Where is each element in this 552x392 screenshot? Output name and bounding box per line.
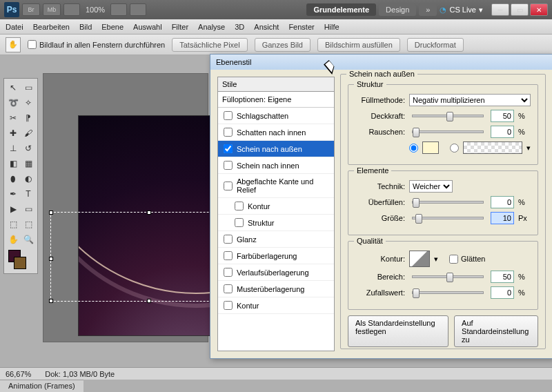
menu-analyse[interactable]: Analyse bbox=[198, 23, 225, 31]
move-tool[interactable]: ↖ bbox=[6, 80, 21, 95]
eyedropper-tool[interactable]: ⁋ bbox=[21, 110, 36, 126]
pen-tool[interactable]: ✒ bbox=[6, 186, 21, 202]
animation-panel-tab[interactable]: Animation (Frames) bbox=[0, 380, 83, 392]
style-item[interactable]: Verlaufsüberlagerung bbox=[218, 264, 334, 281]
3d-tool[interactable]: ⬚ bbox=[6, 217, 21, 232]
style-checkbox[interactable] bbox=[224, 182, 233, 190]
menu-fenster[interactable]: Fenster bbox=[288, 23, 314, 31]
style-checkbox[interactable] bbox=[224, 284, 233, 293]
style-checkbox[interactable] bbox=[224, 235, 233, 244]
zoom-level[interactable]: 100% bbox=[86, 6, 105, 14]
reset-default-button[interactable]: Auf Standardeinstellung zu bbox=[454, 315, 538, 347]
technique-select[interactable]: Weicher bbox=[409, 180, 453, 193]
minimize-button[interactable]: ─ bbox=[491, 3, 509, 16]
contour-dropdown-icon[interactable]: ▾ bbox=[434, 255, 438, 264]
background-color[interactable] bbox=[14, 257, 26, 269]
type-tool[interactable]: T bbox=[21, 186, 36, 202]
color-swatches[interactable] bbox=[6, 247, 36, 272]
menu-bearbeiten[interactable]: Bearbeiten bbox=[33, 23, 70, 31]
zoom-tool[interactable]: 🔍 bbox=[21, 232, 36, 247]
3d-camera-tool[interactable]: ⬚ bbox=[21, 217, 36, 232]
view-extras-dropdown[interactable] bbox=[63, 3, 80, 16]
screen-mode-dropdown[interactable] bbox=[130, 3, 146, 16]
status-doc-size[interactable]: Dok: 1,03 MB/0 Byte bbox=[45, 370, 115, 378]
hand-tool-icon[interactable]: ✋ bbox=[6, 37, 21, 52]
style-item[interactable]: Schlagschatten bbox=[218, 108, 334, 124]
workspace-grundelemente[interactable]: Grundelemente bbox=[306, 3, 376, 16]
menu-filter[interactable]: Filter bbox=[172, 23, 188, 31]
menu-hilfe[interactable]: Hilfe bbox=[324, 23, 339, 31]
minibridge-button[interactable]: Mb bbox=[43, 3, 61, 16]
style-checkbox[interactable] bbox=[224, 144, 233, 153]
path-select-tool[interactable]: ▶ bbox=[6, 202, 21, 217]
spread-input[interactable] bbox=[491, 196, 514, 208]
menu-auswahl[interactable]: Auswahl bbox=[133, 23, 162, 31]
range-input[interactable] bbox=[491, 271, 514, 283]
style-checkbox[interactable] bbox=[224, 268, 233, 277]
wand-tool[interactable]: ✧ bbox=[21, 95, 36, 110]
style-checkbox[interactable] bbox=[235, 218, 244, 227]
noise-slider[interactable] bbox=[412, 130, 484, 133]
menu-ansicht[interactable]: Ansicht bbox=[254, 23, 279, 31]
jitter-slider[interactable] bbox=[412, 291, 484, 294]
opacity-slider[interactable] bbox=[412, 115, 484, 117]
style-item[interactable]: Musterüberlagerung bbox=[218, 281, 334, 297]
blend-mode-select[interactable]: Negativ multiplizieren bbox=[409, 94, 531, 106]
style-checkbox[interactable] bbox=[224, 301, 233, 310]
print-size-button[interactable]: Druckformat bbox=[407, 38, 464, 52]
close-button[interactable]: ✕ bbox=[530, 3, 548, 16]
style-checkbox[interactable] bbox=[235, 202, 244, 210]
fill-options-item[interactable]: Fülloptionen: Eigene bbox=[218, 92, 334, 108]
size-slider[interactable] bbox=[412, 217, 484, 219]
dodge-tool[interactable]: ◐ bbox=[21, 171, 36, 186]
style-checkbox[interactable] bbox=[224, 251, 233, 260]
style-checkbox[interactable] bbox=[224, 161, 233, 170]
style-item[interactable]: Schein nach innen bbox=[218, 157, 334, 174]
brush-tool[interactable]: 🖌 bbox=[21, 126, 36, 141]
style-item[interactable]: Abgeflachte Kante und Relief bbox=[218, 174, 334, 198]
style-item[interactable]: Kontur bbox=[218, 297, 334, 314]
style-item[interactable]: Struktur bbox=[218, 215, 334, 231]
gradient-tool[interactable]: ▦ bbox=[21, 156, 36, 171]
workspace-design[interactable]: Design bbox=[379, 3, 416, 16]
marquee-tool[interactable]: ▭ bbox=[21, 80, 36, 95]
fit-screen-button[interactable]: Ganzes Bild bbox=[255, 38, 310, 52]
gradient-preview[interactable] bbox=[463, 141, 522, 154]
menu-3d[interactable]: 3D bbox=[235, 23, 244, 31]
style-item[interactable]: Schein nach außen bbox=[218, 141, 334, 157]
style-checkbox[interactable] bbox=[224, 128, 233, 137]
style-checkbox[interactable] bbox=[224, 111, 233, 120]
status-zoom[interactable]: 66,67% bbox=[6, 370, 31, 378]
noise-input[interactable] bbox=[491, 126, 514, 138]
opacity-input[interactable] bbox=[491, 110, 514, 122]
style-item[interactable]: Kontur bbox=[218, 198, 334, 215]
actual-pixels-button[interactable]: Tatsächliche Pixel bbox=[172, 38, 247, 52]
scroll-all-windows-checkbox[interactable]: Bildlauf in allen Fenstern durchführen bbox=[28, 40, 165, 49]
stamp-tool[interactable]: ⊥ bbox=[6, 141, 21, 156]
cs-live-button[interactable]: ◔ CS Live ▾ bbox=[440, 6, 483, 14]
shape-tool[interactable]: ▭ bbox=[21, 202, 36, 217]
arrange-docs-dropdown[interactable] bbox=[110, 3, 127, 16]
maximize-button[interactable]: ▭ bbox=[511, 3, 529, 16]
lasso-tool[interactable]: ➰ bbox=[6, 95, 21, 110]
history-brush-tool[interactable]: ↺ bbox=[21, 141, 36, 156]
jitter-input[interactable] bbox=[491, 286, 514, 299]
size-input[interactable] bbox=[491, 212, 514, 224]
menu-datei[interactable]: Datei bbox=[6, 23, 23, 31]
antialias-checkbox[interactable]: Glätten bbox=[449, 255, 485, 264]
eraser-tool[interactable]: ◧ bbox=[6, 156, 21, 171]
gradient-radio[interactable] bbox=[450, 144, 459, 153]
heal-tool[interactable]: ✚ bbox=[6, 126, 21, 141]
crop-tool[interactable]: ✂ bbox=[6, 110, 21, 126]
canvas[interactable] bbox=[43, 73, 208, 342]
workspace-more[interactable]: » bbox=[419, 3, 437, 16]
menu-ebene[interactable]: Ebene bbox=[101, 23, 124, 31]
style-item[interactable]: Farbüberlagerung bbox=[218, 248, 334, 264]
dialog-title-bar[interactable]: Ebenenstil bbox=[210, 55, 552, 70]
spread-slider[interactable] bbox=[412, 201, 484, 204]
menu-bild[interactable]: Bild bbox=[79, 23, 92, 31]
bridge-button[interactable]: Br bbox=[22, 3, 40, 16]
style-item[interactable]: Glanz bbox=[218, 231, 334, 248]
fill-screen-button[interactable]: Bildschirm ausfüllen bbox=[317, 38, 400, 52]
color-radio[interactable] bbox=[409, 144, 418, 153]
